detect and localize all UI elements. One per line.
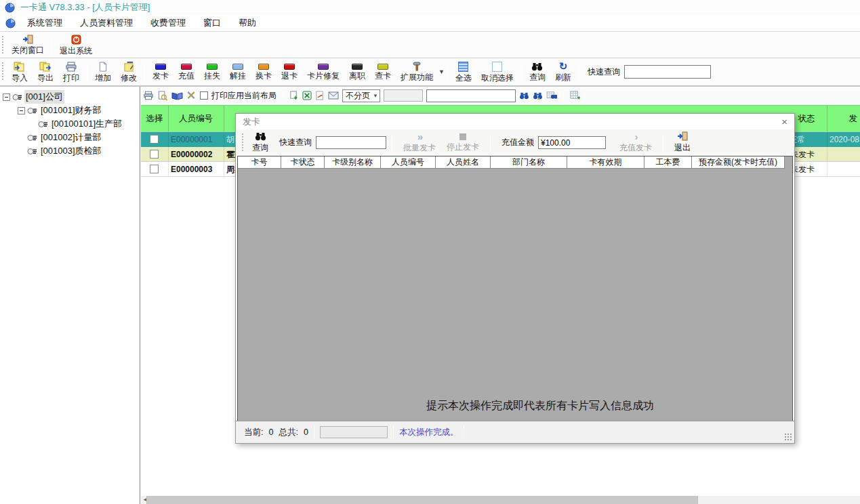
cell-employee-id: E00000003 bbox=[171, 162, 222, 177]
book-layout-icon[interactable] bbox=[171, 91, 183, 100]
column-header-issue-date: 发 bbox=[827, 106, 859, 131]
current-value: 0 bbox=[268, 427, 273, 437]
menu-personnel[interactable]: 人员资料管理 bbox=[71, 15, 142, 31]
menu-window[interactable]: 窗口 bbox=[194, 15, 230, 31]
query-button[interactable]: 查询 bbox=[525, 61, 550, 83]
return-card-button[interactable]: 退卡 bbox=[277, 62, 302, 82]
check-card-button[interactable]: 查卡 bbox=[370, 62, 396, 82]
exit-system-button[interactable]: 退出系统 bbox=[55, 33, 97, 57]
issue-card-button[interactable]: 发卡 bbox=[148, 62, 173, 82]
power-icon bbox=[71, 35, 81, 45]
report-loss-button[interactable]: 挂失 bbox=[199, 62, 225, 82]
issue-card-dialog: 发卡 × 查询 快速查询 » 批量发卡 停止发卡 充值金额 bbox=[235, 113, 795, 444]
resign-button[interactable]: 离职 bbox=[344, 62, 370, 82]
status-separator bbox=[393, 425, 394, 438]
print-preview-icon[interactable] bbox=[157, 91, 168, 101]
unfreeze-button[interactable]: 解挂 bbox=[225, 62, 251, 82]
excel-export-icon[interactable] bbox=[302, 91, 312, 100]
tree-node-finance[interactable]: [001001]财务部 bbox=[0, 104, 140, 117]
collapse-icon[interactable] bbox=[18, 107, 25, 114]
recharge-issue-button[interactable]: › 充值发卡 bbox=[614, 131, 657, 154]
batch-issue-button[interactable]: » 批量发卡 bbox=[398, 131, 441, 154]
print-grid-icon[interactable] bbox=[143, 91, 154, 100]
door-exit-icon bbox=[22, 35, 33, 44]
recharge-button[interactable]: 充值 bbox=[173, 62, 199, 82]
resize-grip[interactable] bbox=[784, 433, 792, 441]
settings-tools-icon[interactable] bbox=[186, 91, 197, 100]
tree-node-company[interactable]: [001]公司 bbox=[0, 90, 140, 104]
dialog-quick-search-input[interactable] bbox=[316, 136, 386, 149]
select-all-button[interactable]: 全选 bbox=[451, 60, 476, 84]
row-checkbox[interactable] bbox=[150, 150, 159, 159]
col-cost: 工本费 bbox=[644, 156, 692, 169]
pdf-export-icon[interactable] bbox=[315, 91, 325, 100]
export-data-icon[interactable] bbox=[289, 91, 299, 100]
dialog-query-button[interactable]: 查询 bbox=[247, 131, 274, 154]
menu-system[interactable]: 系统管理 bbox=[18, 15, 71, 31]
export-button[interactable]: 导出 bbox=[33, 60, 58, 84]
col-employee-id: 人员编号 bbox=[381, 156, 436, 169]
department-icon bbox=[27, 107, 37, 114]
col-department: 部门名称 bbox=[491, 156, 567, 169]
door-exit-icon bbox=[677, 131, 688, 141]
find-icon[interactable] bbox=[519, 92, 529, 100]
import-button[interactable]: 导入 bbox=[7, 60, 33, 84]
close-window-button[interactable]: 关闭窗口 bbox=[7, 33, 49, 56]
close-icon[interactable]: × bbox=[781, 117, 787, 127]
col-employee-name: 人员姓名 bbox=[436, 156, 491, 169]
toolbar-separator bbox=[663, 135, 663, 150]
tree-node-metrology[interactable]: [001002]计量部 bbox=[0, 131, 140, 144]
cancel-select-button[interactable]: 取消选择 bbox=[476, 60, 518, 84]
tree-node-quality[interactable]: [001003]质检部 bbox=[0, 144, 140, 158]
col-card-number: 卡号 bbox=[238, 156, 281, 169]
tree-node-production[interactable]: [00100101]生产部 bbox=[0, 117, 140, 131]
card-icon bbox=[318, 64, 329, 70]
grid-find-input[interactable] bbox=[426, 89, 516, 102]
row-checkbox[interactable] bbox=[150, 165, 159, 173]
menu-billing[interactable]: 收费管理 bbox=[142, 15, 194, 31]
stop-issue-button[interactable]: 停止发卡 bbox=[441, 131, 485, 154]
cell-status: 未发卡 bbox=[790, 162, 825, 177]
refresh-button[interactable]: ↻ 刷新 bbox=[550, 60, 576, 83]
dialog-title-bar[interactable]: 发卡 × bbox=[236, 114, 794, 129]
total-label: 总共: bbox=[279, 427, 298, 438]
horizontal-scrollbar[interactable]: ◄ bbox=[141, 496, 860, 504]
print-layout-checkbox[interactable] bbox=[200, 91, 208, 100]
extended-dropdown-arrow[interactable]: ▼ bbox=[438, 68, 445, 75]
menu-bar: 系统管理 人员资料管理 收费管理 窗口 帮助 bbox=[0, 15, 860, 32]
replace-card-button[interactable]: 换卡 bbox=[251, 62, 277, 82]
mail-send-icon[interactable] bbox=[328, 91, 339, 100]
row-checkbox[interactable] bbox=[150, 135, 159, 144]
toolbar-separator bbox=[392, 135, 392, 150]
stop-icon bbox=[459, 133, 466, 140]
title-bar: 一卡通 V78.3.33 - [人员卡片管理] bbox=[0, 0, 860, 15]
print-button[interactable]: 打印 bbox=[58, 60, 84, 84]
find-in-grid-icon[interactable] bbox=[546, 91, 557, 100]
modify-button[interactable]: 修改 bbox=[116, 60, 142, 84]
extended-functions-button[interactable]: 扩展功能 bbox=[396, 60, 438, 83]
card-icon bbox=[284, 64, 295, 70]
find-next-icon[interactable] bbox=[533, 92, 543, 100]
status-separator bbox=[314, 425, 314, 438]
col-card-status: 卡状态 bbox=[281, 156, 325, 169]
column-header-select: 选择 bbox=[141, 106, 168, 131]
recharge-amount-input[interactable] bbox=[538, 136, 606, 149]
toolbar-separator bbox=[563, 91, 564, 100]
repair-card-button[interactable]: 卡片修复 bbox=[302, 62, 344, 82]
edit-note-icon bbox=[124, 62, 134, 72]
collapse-icon[interactable] bbox=[3, 93, 10, 101]
grid-add-icon[interactable] bbox=[570, 91, 580, 100]
dialog-exit-button[interactable]: 退出 bbox=[669, 131, 696, 154]
cell-status: 未发卡 bbox=[790, 147, 825, 162]
scrollbar-thumb[interactable] bbox=[146, 496, 698, 504]
paging-select[interactable]: 不分页 ▼ bbox=[342, 89, 380, 102]
dialog-toolbar: 查询 快速查询 » 批量发卡 停止发卡 充值金额 › 充值发卡 bbox=[236, 129, 794, 156]
toolbar-gripper bbox=[241, 133, 244, 152]
deselect-icon bbox=[492, 62, 502, 72]
add-button[interactable]: 增加 bbox=[90, 60, 116, 84]
card-icon bbox=[258, 64, 269, 70]
menu-help[interactable]: 帮助 bbox=[230, 15, 265, 31]
app-window: 一卡通 V78.3.33 - [人员卡片管理] 系统管理 人员资料管理 收费管理… bbox=[0, 0, 860, 504]
current-label: 当前: bbox=[244, 427, 263, 438]
quick-search-input[interactable] bbox=[624, 65, 711, 79]
